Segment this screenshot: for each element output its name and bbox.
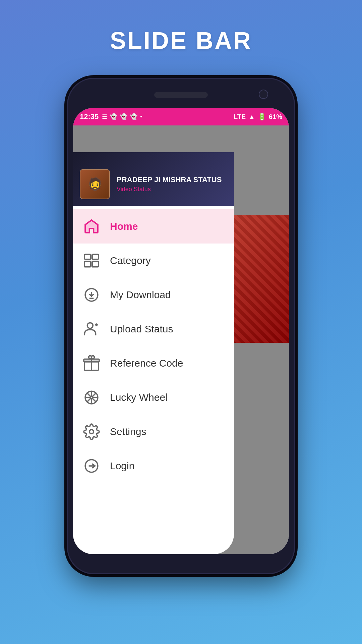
- wheel-icon: [83, 389, 100, 406]
- battery-level: 61%: [269, 113, 282, 121]
- category-icon: [83, 252, 100, 269]
- avatar-image: 🧔: [80, 170, 109, 199]
- menu-list: Home Category: [73, 206, 234, 486]
- status-right: LTE ▲ 🔋 61%: [234, 113, 282, 121]
- menu-item-login[interactable]: Login: [73, 449, 234, 483]
- status-bar: 12:35 ☰ 👻 👻 👻 • LTE ▲ 🔋 61%: [73, 108, 289, 125]
- snapchat-icon1: 👻: [110, 113, 117, 120]
- svg-line-21: [93, 393, 96, 396]
- menu-label-reference-code: Reference Code: [110, 358, 183, 369]
- svg-point-14: [90, 396, 93, 399]
- channel-subtitle: Video Status: [117, 186, 222, 193]
- menu-item-my-download[interactable]: My Download: [73, 278, 234, 312]
- login-icon: [83, 458, 100, 474]
- menu-label-home: Home: [110, 221, 138, 232]
- menu-label-my-download: My Download: [110, 289, 171, 301]
- phone-screen: 12:35 ☰ 👻 👻 👻 • LTE ▲ 🔋 61%: [73, 108, 289, 554]
- volume-up-button: [64, 172, 67, 195]
- svg-point-9: [87, 323, 93, 328]
- network-indicator: LTE: [234, 113, 246, 121]
- menu-label-settings: Settings: [110, 426, 146, 437]
- phone-speaker: [154, 92, 208, 98]
- battery-icon: 🔋: [258, 113, 266, 121]
- svg-point-23: [89, 430, 94, 434]
- menu-item-settings[interactable]: Settings: [73, 415, 234, 449]
- home-icon: [83, 218, 100, 235]
- drawer-profile: 🧔 PRADEEP JI MISHRA STATUS Video Status: [80, 169, 222, 199]
- channel-info: PRADEEP JI MISHRA STATUS Video Status: [117, 175, 222, 193]
- side-drawer: 🧔 PRADEEP JI MISHRA STATUS Video Status: [73, 152, 234, 554]
- menu-label-category: Category: [110, 255, 151, 266]
- snapchat-icon3: 👻: [130, 113, 137, 120]
- status-icons: ☰ 👻 👻 👻 •: [102, 113, 142, 120]
- menu-label-lucky-wheel: Lucky Wheel: [110, 392, 168, 403]
- menu-item-lucky-wheel[interactable]: Lucky Wheel: [73, 380, 234, 415]
- page-title: SLIDE BAR: [110, 27, 252, 54]
- svg-line-19: [87, 393, 90, 396]
- svg-rect-5: [84, 261, 91, 267]
- status-time: 12:35: [80, 112, 99, 121]
- svg-rect-4: [92, 254, 99, 259]
- svg-rect-3: [84, 254, 91, 259]
- phone-mockup: 12:35 ☰ 👻 👻 👻 • LTE ▲ 🔋 61%: [67, 78, 295, 588]
- volume-down-button: [64, 202, 67, 225]
- status-left: 12:35 ☰ 👻 👻 👻 •: [80, 112, 142, 121]
- menu-item-reference-code[interactable]: Reference Code: [73, 346, 234, 380]
- menu-item-home[interactable]: Home: [73, 209, 234, 244]
- notification-icon: ☰: [102, 113, 107, 120]
- power-button: [295, 195, 298, 222]
- channel-name: PRADEEP JI MISHRA STATUS: [117, 175, 222, 184]
- phone-camera: [259, 90, 268, 99]
- menu-label-login: Login: [110, 460, 134, 472]
- avatar: 🧔: [80, 169, 110, 199]
- upload-person-icon: [83, 321, 100, 337]
- drawer-banner: 🧔 PRADEEP JI MISHRA STATUS Video Status: [73, 152, 234, 206]
- menu-item-category[interactable]: Category: [73, 244, 234, 278]
- svg-line-20: [93, 399, 96, 402]
- svg-line-22: [87, 399, 90, 402]
- gift-icon: [83, 355, 100, 372]
- download-icon: [83, 286, 100, 303]
- signal-icon: ▲: [248, 113, 255, 121]
- menu-label-upload-status: Upload Status: [110, 323, 173, 335]
- dot-indicator: •: [140, 113, 142, 120]
- menu-item-upload-status[interactable]: Upload Status: [73, 312, 234, 346]
- svg-rect-6: [92, 261, 99, 267]
- settings-icon: [83, 423, 100, 440]
- phone-shell: 12:35 ☰ 👻 👻 👻 • LTE ▲ 🔋 61%: [67, 78, 295, 574]
- snapchat-icon2: 👻: [120, 113, 127, 120]
